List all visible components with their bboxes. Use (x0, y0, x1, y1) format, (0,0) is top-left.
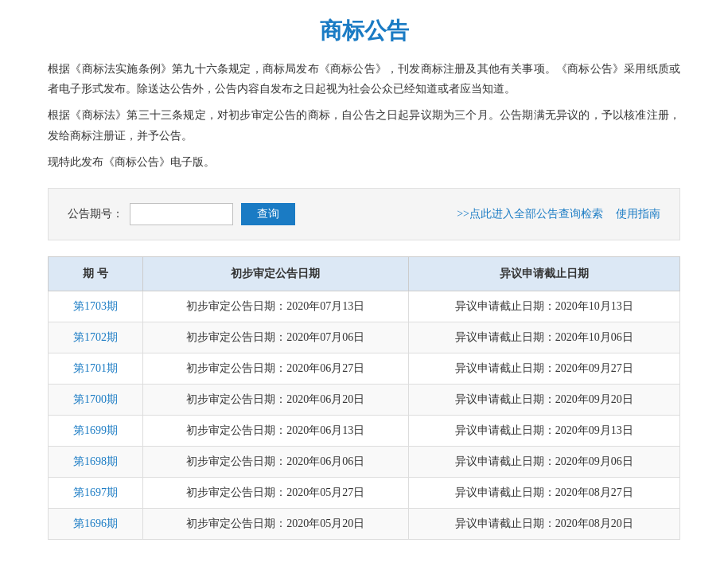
intro-section: 根据《商标法实施条例》第九十六条规定，商标局发布《商标公告》，刊发商标注册及其他… (48, 59, 680, 172)
period-link[interactable]: 第1701期 (73, 362, 118, 374)
page-title: 商标公告 (48, 16, 680, 46)
cell-announce-date: 初步审定公告日期：2020年07月06日 (143, 322, 408, 353)
cell-period: 第1703期 (49, 291, 143, 322)
search-button[interactable]: 查询 (241, 203, 295, 225)
cell-deadline: 异议申请截止日期：2020年08月27日 (408, 477, 679, 508)
cell-deadline: 异议申请截止日期：2020年10月13日 (408, 291, 679, 322)
table-row: 第1696期初步审定公告日期：2020年05月20日异议申请截止日期：2020年… (49, 508, 680, 539)
table-row: 第1700期初步审定公告日期：2020年06月20日异议申请截止日期：2020年… (49, 384, 680, 415)
cell-deadline: 异议申请截止日期：2020年10月06日 (408, 322, 679, 353)
cell-deadline: 异议申请截止日期：2020年09月20日 (408, 384, 679, 415)
cell-period: 第1697期 (49, 477, 143, 508)
intro-paragraph-2: 根据《商标法》第三十三条规定，对初步审定公告的商标，自公告之日起异议期为三个月。… (48, 105, 680, 145)
intro-paragraph-3: 现特此发布《商标公告》电子版。 (48, 152, 680, 172)
cell-deadline: 异议申请截止日期：2020年09月13日 (408, 415, 679, 446)
cell-period: 第1702期 (49, 322, 143, 353)
cell-period: 第1696期 (49, 508, 143, 539)
period-link[interactable]: 第1696期 (73, 517, 118, 529)
cell-deadline: 异议申请截止日期：2020年09月27日 (408, 353, 679, 384)
period-link[interactable]: 第1699期 (73, 424, 118, 436)
user-guide-link[interactable]: 使用指南 (616, 207, 660, 221)
cell-announce-date: 初步审定公告日期：2020年05月27日 (143, 477, 408, 508)
cell-announce-date: 初步审定公告日期：2020年06月13日 (143, 415, 408, 446)
period-link[interactable]: 第1702期 (73, 331, 118, 343)
cell-period: 第1699期 (49, 415, 143, 446)
search-section: 公告期号： 查询 >>点此进入全部公告查询检索 使用指南 (48, 188, 680, 240)
period-link[interactable]: 第1697期 (73, 486, 118, 498)
table-row: 第1702期初步审定公告日期：2020年07月06日异议申请截止日期：2020年… (49, 322, 680, 353)
table-row: 第1701期初步审定公告日期：2020年06月27日异议申请截止日期：2020年… (49, 353, 680, 384)
cell-announce-date: 初步审定公告日期：2020年06月27日 (143, 353, 408, 384)
search-links: >>点此进入全部公告查询检索 使用指南 (457, 207, 660, 221)
table-row: 第1697期初步审定公告日期：2020年05月27日异议申请截止日期：2020年… (49, 477, 680, 508)
announcement-table: 期 号 初步审定公告日期 异议申请截止日期 第1703期初步审定公告日期：202… (48, 256, 680, 540)
search-input[interactable] (130, 203, 233, 225)
page-container: 商标公告 根据《商标法实施条例》第九十六条规定，商标局发布《商标公告》，刊发商标… (0, 0, 728, 556)
table-row: 第1699期初步审定公告日期：2020年06月13日异议申请截止日期：2020年… (49, 415, 680, 446)
table-row: 第1703期初步审定公告日期：2020年07月13日异议申请截止日期：2020年… (49, 291, 680, 322)
col-header-deadline: 异议申请截止日期 (408, 256, 679, 291)
full-search-link[interactable]: >>点此进入全部公告查询检索 (457, 207, 603, 221)
cell-period: 第1698期 (49, 446, 143, 477)
cell-deadline: 异议申请截止日期：2020年09月06日 (408, 446, 679, 477)
col-header-announce-date: 初步审定公告日期 (143, 256, 408, 291)
period-link[interactable]: 第1698期 (73, 455, 118, 467)
intro-paragraph-1: 根据《商标法实施条例》第九十六条规定，商标局发布《商标公告》，刊发商标注册及其他… (48, 59, 680, 99)
cell-deadline: 异议申请截止日期：2020年08月20日 (408, 508, 679, 539)
col-header-period: 期 号 (49, 256, 143, 291)
cell-announce-date: 初步审定公告日期：2020年05月20日 (143, 508, 408, 539)
cell-announce-date: 初步审定公告日期：2020年06月20日 (143, 384, 408, 415)
period-link[interactable]: 第1703期 (73, 300, 118, 312)
cell-period: 第1701期 (49, 353, 143, 384)
cell-announce-date: 初步审定公告日期：2020年06月06日 (143, 446, 408, 477)
period-link[interactable]: 第1700期 (73, 393, 118, 405)
table-row: 第1698期初步审定公告日期：2020年06月06日异议申请截止日期：2020年… (49, 446, 680, 477)
cell-announce-date: 初步审定公告日期：2020年07月13日 (143, 291, 408, 322)
table-header-row: 期 号 初步审定公告日期 异议申请截止日期 (49, 256, 680, 291)
search-label: 公告期号： (68, 207, 123, 221)
cell-period: 第1700期 (49, 384, 143, 415)
